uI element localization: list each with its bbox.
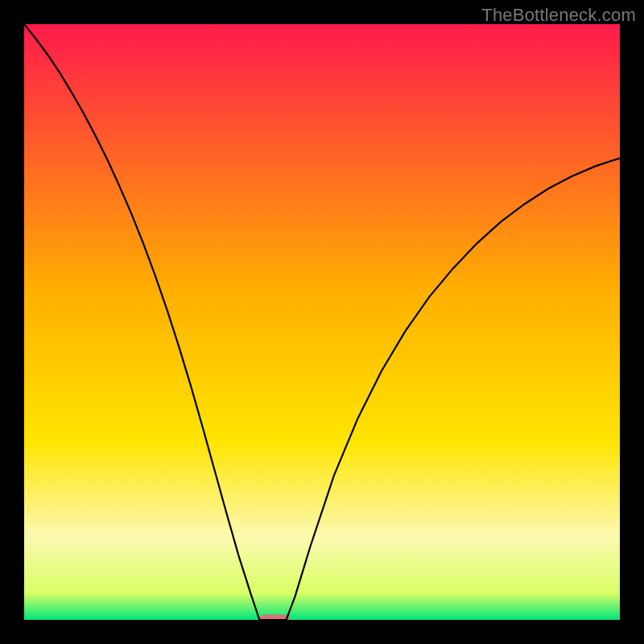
chart-frame	[24, 24, 620, 620]
chart-svg	[24, 24, 620, 620]
chart-background	[24, 24, 620, 620]
watermark-text: TheBottleneck.com	[481, 5, 636, 26]
